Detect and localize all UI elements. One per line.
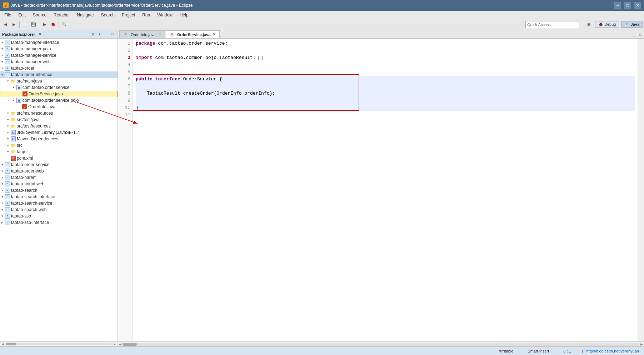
tree-item[interactable]: ▾Ptaotao-sso — [0, 213, 118, 219]
explorer-menu-btn[interactable]: ▼ — [97, 31, 103, 37]
tree-item[interactable]: ▾Ptaotao-search — [0, 187, 118, 194]
tree-item[interactable]: ▾Ptaotao-manager-interface — [0, 39, 118, 46]
toolbar-new[interactable]: 📄 — [21, 21, 29, 29]
minimize-button[interactable]: − — [614, 2, 621, 9]
editor-right-margin — [638, 39, 644, 341]
menu-project[interactable]: Project — [119, 12, 138, 18]
menu-search[interactable]: Search — [98, 12, 118, 18]
explorer-max-btn[interactable]: □ — [110, 31, 115, 37]
menu-file[interactable]: File — [1, 12, 14, 18]
line-num-2: 2 — [118, 47, 133, 54]
tree-item[interactable]: ▾Ptaotao-search-interface — [0, 194, 118, 200]
code-line-2 — [136, 47, 635, 54]
tree-item[interactable]: ▾📁src — [0, 142, 118, 149]
menu-run[interactable]: Run — [139, 12, 153, 18]
toolbar-search[interactable]: 🔍 — [60, 21, 68, 29]
explorer-header-controls: ⊟ ▼ _ □ — [90, 31, 115, 37]
tree-item[interactable]: ▾Ptaotao-order — [0, 65, 118, 71]
tree-item[interactable]: ▾📁src/test/resources — [0, 123, 118, 129]
tree-item[interactable]: Xpom.xml — [0, 155, 118, 161]
tree-item[interactable]: ▾Ptaotao-search-web — [0, 206, 118, 213]
tree-item[interactable]: ▾📁src/test/java — [0, 116, 118, 123]
menu-navigate[interactable]: Navigate — [74, 12, 96, 18]
line-num-10: 10 — [118, 104, 133, 111]
tree-container: ▾Ptaotao-manager-interface▾Ptaotao-manag… — [0, 39, 118, 226]
code-editor[interactable]: 1 2 3 4 5 6 7 8 9 10 11 package com.taot… — [118, 39, 644, 341]
explorer-hscroll-thumb — [6, 343, 16, 345]
menu-edit[interactable]: Edit — [15, 12, 29, 18]
tree-item[interactable]: ▾◼com.taotao.order.service — [0, 84, 118, 91]
debug-perspective-btn[interactable]: 🐞 Debug — [595, 21, 619, 28]
toolbar-run[interactable]: ▶ — [41, 21, 49, 29]
tree-item[interactable]: ▾📁src/main/resources — [0, 110, 118, 116]
tree-item[interactable]: ▸Ptaotao-sso-interface — [0, 219, 118, 226]
line-num-7: 7 — [118, 83, 133, 90]
code-line-3: import com.taotao.common.pojo.TaotaoResu… — [136, 54, 635, 61]
explorer-header: Package Explorer ✕ ⊟ ▼ _ □ — [0, 30, 118, 39]
toolbar-forward[interactable]: ▶ — [10, 21, 18, 29]
code-line-10: } — [136, 104, 635, 111]
editor-max-btn[interactable]: □ — [638, 32, 643, 38]
code-line-8: TaotaoResult createOrder(OrderInfo order… — [136, 90, 635, 97]
tree-item[interactable]: ▾Ptaotao-manager-pojo — [0, 46, 118, 52]
tree-item[interactable]: JOrderService.java — [0, 91, 118, 97]
tab-orderservice[interactable]: ☕ OrderService.java ✕ — [166, 30, 220, 38]
tree-item[interactable]: ▾Ptaotao-manager-service — [0, 52, 118, 59]
main-area: Package Explorer ✕ ⊟ ▼ _ □ ▾Ptaotao-mana… — [0, 30, 644, 346]
tree-item[interactable]: ▾◼com.taotao.order.service.pojo — [0, 97, 118, 104]
menu-bar: File Edit Source Refactor Navigate Searc… — [0, 11, 644, 19]
toolbar-perspectives[interactable]: ⊞ — [585, 21, 593, 29]
line-num-5: 5 — [118, 69, 133, 76]
menu-help[interactable]: Help — [177, 12, 191, 18]
menu-window[interactable]: Window — [154, 12, 175, 18]
tree-item[interactable]: ▾LJRE System Library [JavaSE-1.7] — [0, 129, 118, 136]
quick-access-input[interactable] — [525, 21, 579, 28]
tree-item[interactable]: JOrderInfo.java — [0, 104, 118, 110]
tree-item[interactable]: ▾📁src/main/java — [0, 78, 118, 84]
tree-item[interactable]: ▾Ptaotao-manager-web — [0, 59, 118, 65]
explorer-content: ▾Ptaotao-manager-interface▾Ptaotao-manag… — [0, 39, 118, 341]
java-perspective-btn[interactable]: ☕ Java — [621, 21, 643, 28]
tree-item[interactable]: ▾LMaven Dependencies — [0, 136, 118, 142]
tree-item[interactable]: ▾Ptaotao-order-web — [0, 168, 118, 174]
editor-area: ☕ OrderInfo.java ✕ ☕ OrderService.java ✕… — [118, 30, 644, 346]
tree-item[interactable]: ▾Ptaotao-search-service — [0, 200, 118, 206]
line-num-11: 11 — [118, 111, 133, 119]
code-content[interactable]: package com.taotao.order.service; import… — [133, 39, 638, 341]
hscroll-right-arrow[interactable]: ▶ — [113, 342, 117, 346]
editor-hscroll-left[interactable]: ◀ — [118, 342, 123, 346]
explorer-x-icon: ✕ — [39, 32, 41, 36]
tree-item[interactable]: ▾Ptaotao-order-interface — [0, 71, 118, 78]
tab-orderinfo-close[interactable]: ✕ — [159, 32, 161, 36]
close-button[interactable]: ✕ — [634, 2, 641, 9]
editor-hscroll-track — [123, 343, 639, 346]
menu-refactor[interactable]: Refactor — [51, 12, 73, 18]
tab-orderinfo[interactable]: ☕ OrderInfo.java ✕ — [119, 30, 165, 38]
tree-item[interactable]: ▾Ptaotao-order-service — [0, 161, 118, 168]
maximize-button[interactable]: □ — [624, 2, 631, 9]
editor-hscroll: ◀ ▶ — [118, 341, 644, 346]
line-numbers: 1 2 3 4 5 6 7 8 9 10 11 — [118, 39, 133, 341]
tree-item[interactable]: ▾📁target — [0, 149, 118, 155]
toolbar-debug[interactable]: 🐞 — [49, 21, 57, 29]
explorer-min-btn[interactable]: _ — [103, 31, 109, 37]
line-num-3: 3 — [118, 54, 133, 61]
tree-item[interactable]: ▾Ptaotao-parent — [0, 174, 118, 181]
explorer-bottom-scroll: ◀ ▶ — [0, 341, 118, 346]
explorer-collapse-btn[interactable]: ⊟ — [90, 31, 96, 37]
code-line-1: package com.taotao.order.service; — [136, 40, 635, 47]
explorer-title: Package Explorer — [2, 32, 35, 36]
editor-tabs-controls: _ □ — [631, 31, 644, 38]
menu-source[interactable]: Source — [30, 12, 49, 18]
toolbar-back[interactable]: ◀ — [1, 21, 9, 29]
title-bar-left: J Java - taotao-order-interface/src/main… — [3, 2, 193, 8]
tree-item[interactable]: ▾Ptaotao-portal-web — [0, 181, 118, 187]
hscroll-left-arrow[interactable]: ◀ — [1, 342, 5, 346]
editor-min-btn[interactable]: _ — [631, 32, 637, 38]
editor-hscroll-thumb — [123, 343, 137, 346]
code-line-5 — [136, 69, 635, 76]
code-line-6: public interface OrderService { — [136, 76, 635, 83]
status-url[interactable]: http://blog.csdn.net/yerenyuan_ — [586, 349, 641, 353]
editor-hscroll-right[interactable]: ▶ — [639, 342, 644, 346]
toolbar-save[interactable]: 💾 — [30, 21, 38, 29]
